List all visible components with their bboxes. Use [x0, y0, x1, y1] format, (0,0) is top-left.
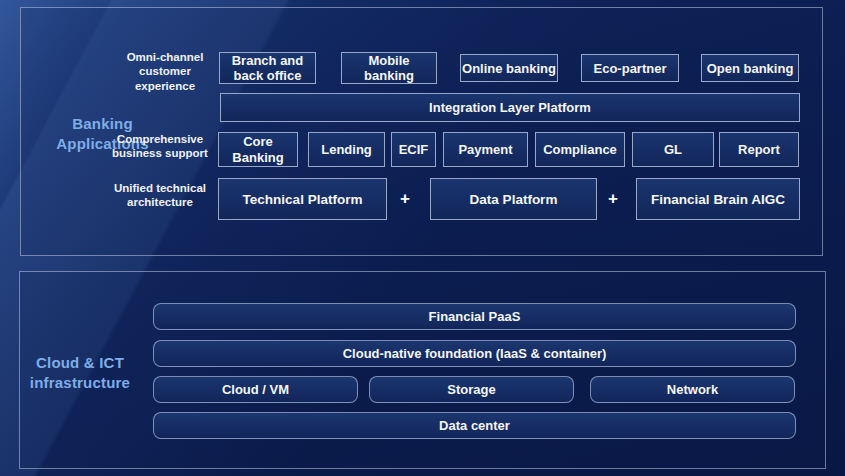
cloud-ict-title: Cloud & ICT infrastructure [16, 353, 144, 392]
box-payment: Payment [443, 132, 528, 167]
box-mobile-banking: Mobile banking [341, 52, 437, 84]
box-eco-partner: Eco-partner [581, 54, 679, 82]
plus-sign-2: + [604, 189, 622, 209]
box-integration-layer-platform: Integration Layer Platform [220, 93, 800, 122]
box-financial-brain-aigc: Financial Brain AIGC [636, 178, 800, 220]
box-data-center: Data center [153, 412, 796, 439]
box-network: Network [590, 376, 795, 403]
box-technical-platform: Technical Platform [218, 178, 387, 220]
box-storage: Storage [369, 376, 574, 403]
box-lending: Lending [308, 132, 385, 167]
label-omni-channel: Omni-channel customer experience [115, 50, 215, 93]
box-ecif: ECIF [391, 132, 436, 167]
plus-sign-1: + [396, 189, 414, 209]
box-cloud-vm: Cloud / VM [153, 376, 358, 403]
box-report: Report [719, 132, 799, 167]
box-gl: GL [632, 132, 714, 167]
label-unified-architecture: Unified technical architecture [106, 181, 214, 210]
box-compliance: Compliance [535, 132, 625, 167]
box-financial-paas: Financial PaaS [153, 303, 796, 330]
box-core-banking: Core Banking [218, 132, 298, 167]
architecture-slide: Banking Applications Omni-channel custom… [0, 0, 845, 476]
box-branch-back-office: Branch and back office [219, 52, 316, 84]
box-cloud-native-foundation: Cloud-native foundation (IaaS & containe… [153, 340, 796, 367]
box-data-platform: Data Platform [430, 178, 597, 220]
box-open-banking: Open banking [701, 54, 799, 82]
label-business-support: Comprehensive business support [106, 132, 214, 161]
box-online-banking: Online banking [460, 54, 558, 82]
